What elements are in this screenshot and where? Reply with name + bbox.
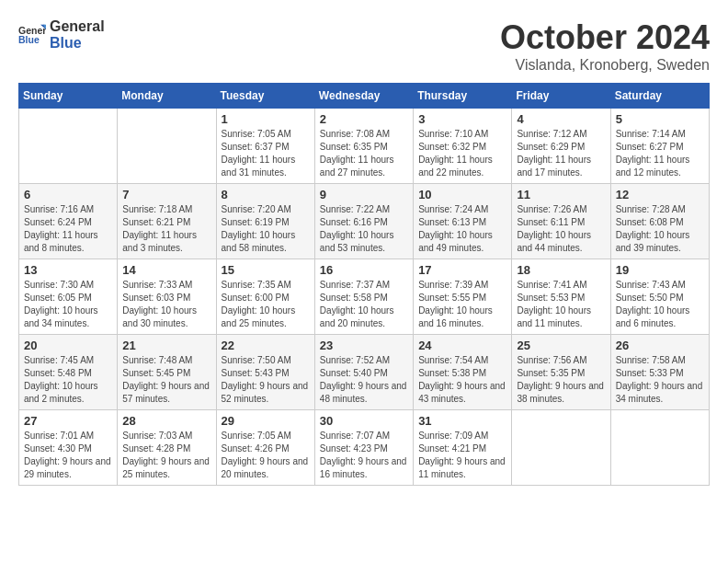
header: General Blue General Blue October 2024 V… [18, 18, 710, 74]
calendar-cell: 19Sunrise: 7:43 AM Sunset: 5:50 PM Dayli… [610, 259, 709, 335]
day-detail: Sunrise: 7:30 AM Sunset: 6:05 PM Dayligh… [24, 279, 112, 330]
calendar-cell: 27Sunrise: 7:01 AM Sunset: 4:30 PM Dayli… [19, 410, 118, 486]
calendar-week-row: 13Sunrise: 7:30 AM Sunset: 6:05 PM Dayli… [19, 259, 710, 335]
day-detail: Sunrise: 7:05 AM Sunset: 4:26 PM Dayligh… [222, 430, 310, 481]
calendar-cell [118, 109, 216, 184]
day-detail: Sunrise: 7:26 AM Sunset: 6:11 PM Dayligh… [517, 203, 605, 255]
day-number: 22 [222, 339, 310, 352]
title-area: October 2024 Vislanda, Kronoberg, Sweden [500, 18, 710, 74]
day-detail: Sunrise: 7:09 AM Sunset: 4:21 PM Dayligh… [418, 430, 506, 481]
calendar-week-row: 1Sunrise: 7:05 AM Sunset: 6:37 PM Daylig… [19, 109, 710, 184]
calendar-week-row: 20Sunrise: 7:45 AM Sunset: 5:48 PM Dayli… [19, 335, 710, 410]
calendar-cell: 25Sunrise: 7:56 AM Sunset: 5:35 PM Dayli… [512, 335, 610, 410]
day-detail: Sunrise: 7:01 AM Sunset: 4:30 PM Dayligh… [24, 430, 112, 481]
logo: General Blue General Blue [18, 18, 105, 51]
calendar-cell: 23Sunrise: 7:52 AM Sunset: 5:40 PM Dayli… [314, 335, 413, 410]
calendar-cell: 1Sunrise: 7:05 AM Sunset: 6:37 PM Daylig… [216, 109, 314, 184]
calendar-cell: 12Sunrise: 7:28 AM Sunset: 6:08 PM Dayli… [610, 184, 709, 259]
logo-general: General [50, 18, 105, 35]
calendar-cell: 28Sunrise: 7:03 AM Sunset: 4:28 PM Dayli… [118, 410, 216, 486]
day-detail: Sunrise: 7:12 AM Sunset: 6:29 PM Dayligh… [517, 128, 605, 179]
calendar-header-thursday: Thursday [414, 84, 512, 109]
calendar-header-row: SundayMondayTuesdayWednesdayThursdayFrid… [19, 84, 710, 109]
day-number: 20 [24, 339, 112, 352]
day-detail: Sunrise: 7:56 AM Sunset: 5:35 PM Dayligh… [517, 354, 605, 406]
calendar-cell: 6Sunrise: 7:16 AM Sunset: 6:24 PM Daylig… [19, 184, 118, 259]
day-detail: Sunrise: 7:07 AM Sunset: 4:23 PM Dayligh… [320, 430, 408, 481]
calendar-header-saturday: Saturday [610, 84, 709, 109]
calendar-cell: 9Sunrise: 7:22 AM Sunset: 6:16 PM Daylig… [314, 184, 413, 259]
day-detail: Sunrise: 7:39 AM Sunset: 5:55 PM Dayligh… [418, 279, 506, 330]
day-number: 10 [418, 188, 506, 201]
calendar-cell: 21Sunrise: 7:48 AM Sunset: 5:45 PM Dayli… [118, 335, 216, 410]
day-detail: Sunrise: 7:41 AM Sunset: 5:53 PM Dayligh… [517, 279, 605, 330]
calendar-cell: 17Sunrise: 7:39 AM Sunset: 5:55 PM Dayli… [414, 259, 512, 335]
day-number: 4 [517, 112, 605, 126]
day-number: 3 [418, 112, 506, 126]
day-detail: Sunrise: 7:14 AM Sunset: 6:27 PM Dayligh… [616, 128, 704, 179]
day-detail: Sunrise: 7:45 AM Sunset: 5:48 PM Dayligh… [24, 354, 112, 406]
logo-blue: Blue [50, 35, 105, 52]
day-detail: Sunrise: 7:58 AM Sunset: 5:33 PM Dayligh… [616, 354, 704, 406]
day-detail: Sunrise: 7:52 AM Sunset: 5:40 PM Dayligh… [320, 354, 408, 406]
calendar-cell: 31Sunrise: 7:09 AM Sunset: 4:21 PM Dayli… [414, 410, 512, 486]
calendar-header-wednesday: Wednesday [314, 84, 413, 109]
day-number: 14 [122, 263, 210, 277]
calendar-body: 1Sunrise: 7:05 AM Sunset: 6:37 PM Daylig… [19, 109, 710, 486]
calendar-cell: 14Sunrise: 7:33 AM Sunset: 6:03 PM Dayli… [118, 259, 216, 335]
calendar-cell: 5Sunrise: 7:14 AM Sunset: 6:27 PM Daylig… [610, 109, 709, 184]
calendar-cell: 2Sunrise: 7:08 AM Sunset: 6:35 PM Daylig… [314, 109, 413, 184]
calendar-cell: 13Sunrise: 7:30 AM Sunset: 6:05 PM Dayli… [19, 259, 118, 335]
day-detail: Sunrise: 7:24 AM Sunset: 6:13 PM Dayligh… [418, 203, 506, 255]
day-detail: Sunrise: 7:33 AM Sunset: 6:03 PM Dayligh… [122, 279, 210, 330]
calendar-cell: 24Sunrise: 7:54 AM Sunset: 5:38 PM Dayli… [414, 335, 512, 410]
day-detail: Sunrise: 7:18 AM Sunset: 6:21 PM Dayligh… [122, 203, 210, 255]
day-number: 21 [122, 339, 210, 352]
location-title: Vislanda, Kronoberg, Sweden [500, 57, 710, 74]
day-detail: Sunrise: 7:03 AM Sunset: 4:28 PM Dayligh… [122, 430, 210, 481]
calendar-cell [610, 410, 709, 486]
calendar-cell: 15Sunrise: 7:35 AM Sunset: 6:00 PM Dayli… [216, 259, 314, 335]
day-number: 29 [222, 414, 310, 428]
day-number: 1 [222, 112, 310, 126]
day-number: 24 [418, 339, 506, 352]
calendar-cell: 16Sunrise: 7:37 AM Sunset: 5:58 PM Dayli… [314, 259, 413, 335]
calendar-cell: 10Sunrise: 7:24 AM Sunset: 6:13 PM Dayli… [414, 184, 512, 259]
day-detail: Sunrise: 7:05 AM Sunset: 6:37 PM Dayligh… [222, 128, 310, 179]
day-number: 17 [418, 263, 506, 277]
calendar-cell: 26Sunrise: 7:58 AM Sunset: 5:33 PM Dayli… [610, 335, 709, 410]
calendar-header-tuesday: Tuesday [216, 84, 314, 109]
day-number: 15 [222, 263, 310, 277]
day-number: 7 [122, 188, 210, 201]
calendar-header-monday: Monday [118, 84, 216, 109]
day-detail: Sunrise: 7:20 AM Sunset: 6:19 PM Dayligh… [222, 203, 310, 255]
day-number: 11 [517, 188, 605, 201]
calendar-cell: 3Sunrise: 7:10 AM Sunset: 6:32 PM Daylig… [414, 109, 512, 184]
day-number: 30 [320, 414, 408, 428]
calendar-cell: 30Sunrise: 7:07 AM Sunset: 4:23 PM Dayli… [314, 410, 413, 486]
day-detail: Sunrise: 7:08 AM Sunset: 6:35 PM Dayligh… [320, 128, 408, 179]
day-number: 25 [517, 339, 605, 352]
day-detail: Sunrise: 7:48 AM Sunset: 5:45 PM Dayligh… [122, 354, 210, 406]
day-number: 9 [320, 188, 408, 201]
logo-icon: General Blue [18, 21, 46, 49]
day-number: 23 [320, 339, 408, 352]
day-detail: Sunrise: 7:50 AM Sunset: 5:43 PM Dayligh… [222, 354, 310, 406]
day-number: 19 [616, 263, 704, 277]
calendar-cell: 8Sunrise: 7:20 AM Sunset: 6:19 PM Daylig… [216, 184, 314, 259]
calendar-cell [19, 109, 118, 184]
calendar-week-row: 27Sunrise: 7:01 AM Sunset: 4:30 PM Dayli… [19, 410, 710, 486]
day-number: 5 [616, 112, 704, 126]
day-number: 12 [616, 188, 704, 201]
day-number: 31 [418, 414, 506, 428]
day-number: 16 [320, 263, 408, 277]
day-number: 2 [320, 112, 408, 126]
day-number: 28 [122, 414, 210, 428]
day-number: 6 [24, 188, 112, 201]
calendar-cell: 20Sunrise: 7:45 AM Sunset: 5:48 PM Dayli… [19, 335, 118, 410]
day-detail: Sunrise: 7:28 AM Sunset: 6:08 PM Dayligh… [616, 203, 704, 255]
day-number: 13 [24, 263, 112, 277]
calendar-week-row: 6Sunrise: 7:16 AM Sunset: 6:24 PM Daylig… [19, 184, 710, 259]
day-detail: Sunrise: 7:37 AM Sunset: 5:58 PM Dayligh… [320, 279, 408, 330]
day-number: 18 [517, 263, 605, 277]
